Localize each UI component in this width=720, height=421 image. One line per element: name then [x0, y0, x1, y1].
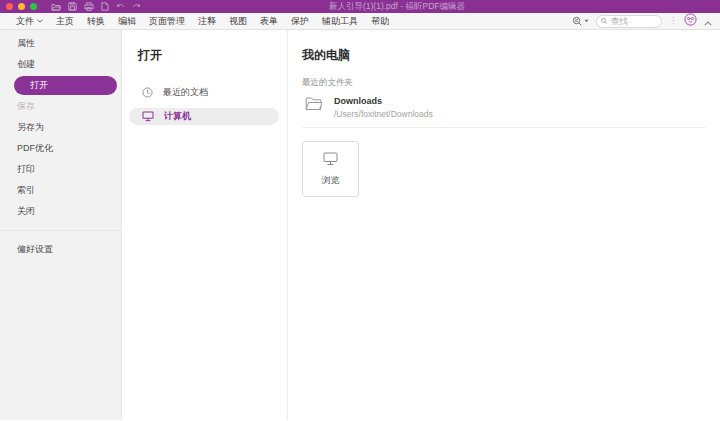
sidebar-item-properties[interactable]: 属性 [0, 33, 121, 54]
computer-panel: 我的电脑 最近的文件夹 Downloads /Users/foxitnet/Do… [288, 30, 720, 420]
monitor-icon [323, 152, 338, 166]
titlebar: 新人引导(1)(1).pdf - 福昕PDF编辑器 [0, 0, 720, 13]
traffic-lights [6, 3, 37, 10]
menu-home[interactable]: 主页 [56, 15, 74, 28]
open-panel: 打开 最近的文档 计算机 [122, 30, 288, 420]
close-window-button[interactable] [6, 3, 13, 10]
find-dropdown-icon[interactable] [572, 16, 589, 27]
app-window: 新人引导(1)(1).pdf - 福昕PDF编辑器 文件 主页 转换 编辑 页面… [0, 0, 720, 421]
menu-view[interactable]: 视图 [229, 15, 247, 28]
folder-name: Downloads [334, 96, 433, 106]
menu-edit[interactable]: 编辑 [118, 15, 136, 28]
menu-accessibility[interactable]: 辅助工具 [322, 15, 358, 28]
collapse-chevron-icon[interactable] [704, 12, 712, 30]
menu-page-management[interactable]: 页面管理 [149, 15, 185, 28]
browse-button-label: 浏览 [322, 174, 340, 187]
clock-icon [142, 87, 153, 98]
search-icon [601, 17, 608, 25]
computer-icon [142, 111, 154, 122]
sidebar-item-print[interactable]: 打印 [0, 159, 121, 180]
menu-file[interactable]: 文件 [16, 15, 43, 28]
browse-button[interactable]: 浏览 [302, 141, 359, 197]
recent-folder-row[interactable]: Downloads /Users/foxitnet/Downloads [302, 96, 706, 119]
sidebar-item-pdf-optimize[interactable]: PDF优化 [0, 138, 121, 159]
recent-folders-label: 最近的文件夹 [302, 77, 706, 89]
account-icon[interactable] [684, 12, 697, 30]
search-input[interactable] [611, 16, 657, 26]
menu-protect[interactable]: 保护 [291, 15, 309, 28]
backstage-sidebar: 属性 创建 打开 保存 另存为 PDF优化 打印 索引 关闭 偏好设置 [0, 30, 122, 420]
folder-icon [305, 96, 322, 111]
open-item-computer[interactable]: 计算机 [129, 108, 279, 125]
sidebar-item-index[interactable]: 索引 [0, 180, 121, 201]
sidebar-item-close[interactable]: 关闭 [0, 201, 121, 222]
window-title: 新人引导(1)(1).pdf - 福昕PDF编辑器 [74, 0, 720, 13]
menu-convert[interactable]: 转换 [87, 15, 105, 28]
sidebar-item-open[interactable]: 打开 [14, 76, 117, 95]
search-field[interactable] [596, 15, 662, 28]
menu-comment[interactable]: 注释 [198, 15, 216, 28]
sidebar-item-save: 保存 [0, 96, 121, 117]
menu-form[interactable]: 表单 [260, 15, 278, 28]
minimize-window-button[interactable] [18, 3, 25, 10]
sidebar-divider [0, 230, 121, 231]
open-panel-title: 打开 [122, 47, 287, 64]
zoom-window-button[interactable] [30, 3, 37, 10]
chevron-down-icon [37, 19, 43, 23]
sidebar-item-create[interactable]: 创建 [0, 54, 121, 75]
more-options-dots[interactable]: ⋮ [669, 17, 677, 25]
open-item-recent-documents[interactable]: 最近的文档 [122, 80, 287, 104]
menu-help[interactable]: 帮助 [371, 15, 389, 28]
divider [302, 127, 706, 128]
sidebar-item-save-as[interactable]: 另存为 [0, 117, 121, 138]
menubar: 文件 主页 转换 编辑 页面管理 注释 视图 表单 保护 辅助工具 帮助 ⋮ [0, 13, 720, 30]
folder-path: /Users/foxitnet/Downloads [334, 109, 433, 119]
open-folder-icon[interactable] [51, 3, 61, 11]
computer-panel-title: 我的电脑 [302, 47, 706, 64]
sidebar-item-preferences[interactable]: 偏好设置 [0, 239, 121, 260]
